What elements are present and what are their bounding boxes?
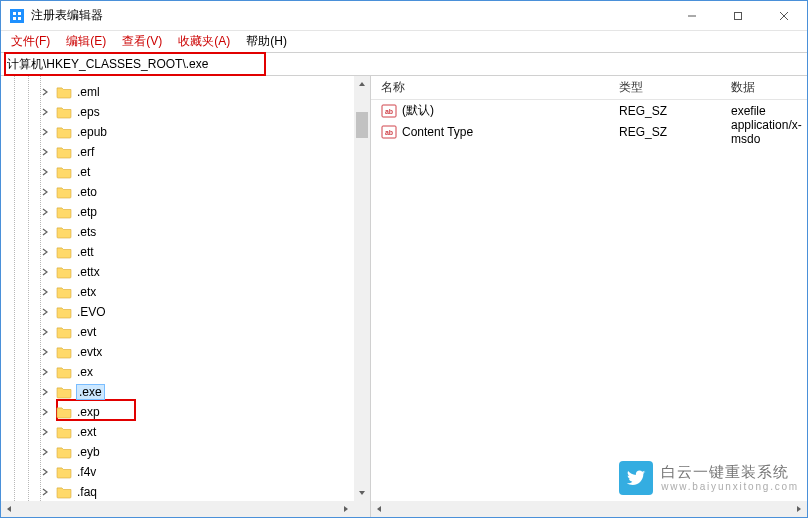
tree-item[interactable]: .etp <box>1 202 370 222</box>
tree-item[interactable]: .epub <box>1 122 370 142</box>
chevron-right-icon[interactable] <box>38 405 52 419</box>
chevron-right-icon[interactable] <box>38 345 52 359</box>
column-header-data[interactable]: 数据 <box>727 76 807 99</box>
tree-pane: .eml.eps.epub.erf.et.eto.etp.ets.ett.ett… <box>1 76 371 517</box>
list-rows: (默认)REG_SZexefileContent TypeREG_SZappli… <box>371 100 807 517</box>
tree-item-label: .epub <box>77 125 107 139</box>
watermark: 白云一键重装系统 www.baiyunxitong.com <box>619 461 799 495</box>
chevron-right-icon[interactable] <box>38 145 52 159</box>
scroll-thumb[interactable] <box>356 112 368 138</box>
scroll-right-button[interactable] <box>791 501 807 517</box>
string-value-icon <box>381 124 397 140</box>
column-header-name[interactable]: 名称 <box>377 76 615 99</box>
tree-item[interactable]: .et <box>1 162 370 182</box>
tree-item-label: .EVO <box>77 305 106 319</box>
chevron-right-icon[interactable] <box>38 385 52 399</box>
values-horizontal-scrollbar[interactable] <box>371 501 807 517</box>
tree-item[interactable]: .ets <box>1 222 370 242</box>
column-header-type[interactable]: 类型 <box>615 76 727 99</box>
folder-icon <box>56 185 72 199</box>
tree-item-label: .ettx <box>77 265 100 279</box>
folder-icon <box>56 485 72 499</box>
maximize-button[interactable] <box>715 1 761 31</box>
menu-file[interactable]: 文件(F) <box>3 31 58 52</box>
address-input[interactable] <box>1 53 807 75</box>
svg-rect-0 <box>10 9 24 23</box>
chevron-right-icon[interactable] <box>38 205 52 219</box>
chevron-right-icon[interactable] <box>38 245 52 259</box>
chevron-right-icon[interactable] <box>38 165 52 179</box>
tree-item[interactable]: .ext <box>1 422 370 442</box>
folder-icon <box>56 265 72 279</box>
watermark-line2: www.baiyunxitong.com <box>661 481 799 492</box>
chevron-right-icon[interactable] <box>38 85 52 99</box>
folder-icon <box>56 345 72 359</box>
tree-item[interactable]: .erf <box>1 142 370 162</box>
chevron-right-icon[interactable] <box>38 125 52 139</box>
chevron-right-icon[interactable] <box>38 305 52 319</box>
tree-item[interactable]: .faq <box>1 482 370 502</box>
menu-edit[interactable]: 编辑(E) <box>58 31 114 52</box>
tree-item[interactable]: .ex <box>1 362 370 382</box>
list-row[interactable]: Content TypeREG_SZapplication/x-msdo <box>371 121 807 142</box>
tree-item-label: .exp <box>77 405 100 419</box>
string-value-icon <box>381 103 397 119</box>
tree-item-label: .erf <box>77 145 94 159</box>
scroll-left-button[interactable] <box>1 501 17 517</box>
folder-icon <box>56 405 72 419</box>
chevron-right-icon[interactable] <box>38 425 52 439</box>
svg-marker-10 <box>359 491 365 495</box>
tree-item[interactable]: .eyb <box>1 442 370 462</box>
list-header: 名称 类型 数据 <box>371 76 807 100</box>
tree-item[interactable]: .evt <box>1 322 370 342</box>
chevron-right-icon[interactable] <box>38 445 52 459</box>
tree-item[interactable]: .f4v <box>1 462 370 482</box>
scroll-right-button[interactable] <box>338 501 354 517</box>
scroll-left-button[interactable] <box>371 501 387 517</box>
folder-icon <box>56 85 72 99</box>
tree-item[interactable]: .exe <box>1 382 370 402</box>
chevron-right-icon[interactable] <box>38 185 52 199</box>
tree-item[interactable]: .eto <box>1 182 370 202</box>
chevron-right-icon[interactable] <box>38 365 52 379</box>
folder-icon <box>56 225 72 239</box>
chevron-right-icon[interactable] <box>38 285 52 299</box>
folder-icon <box>56 125 72 139</box>
tree-vertical-scrollbar[interactable] <box>354 76 370 501</box>
chevron-right-icon[interactable] <box>38 485 52 499</box>
svg-rect-4 <box>18 17 21 20</box>
tree-item[interactable]: .ett <box>1 242 370 262</box>
tree-item[interactable]: .ettx <box>1 262 370 282</box>
folder-icon <box>56 145 72 159</box>
folder-icon <box>56 205 72 219</box>
scroll-track[interactable] <box>354 92 370 485</box>
tree-item[interactable]: .evtx <box>1 342 370 362</box>
menu-help[interactable]: 帮助(H) <box>238 31 295 52</box>
minimize-button[interactable] <box>669 1 715 31</box>
tree-item[interactable]: .eps <box>1 102 370 122</box>
folder-icon <box>56 385 72 399</box>
svg-marker-12 <box>344 506 348 512</box>
tree-item-label: .eml <box>77 85 100 99</box>
chevron-right-icon[interactable] <box>38 225 52 239</box>
menu-favorites[interactable]: 收藏夹(A) <box>170 31 238 52</box>
tree-item[interactable]: .etx <box>1 282 370 302</box>
tree-item[interactable]: .EVO <box>1 302 370 322</box>
scroll-down-button[interactable] <box>354 485 370 501</box>
chevron-right-icon[interactable] <box>38 325 52 339</box>
tree-item[interactable]: .eml <box>1 82 370 102</box>
folder-icon <box>56 285 72 299</box>
tree-item[interactable]: .exp <box>1 402 370 422</box>
menu-view[interactable]: 查看(V) <box>114 31 170 52</box>
chevron-right-icon[interactable] <box>38 105 52 119</box>
svg-rect-2 <box>18 12 21 15</box>
chevron-right-icon[interactable] <box>38 465 52 479</box>
svg-marker-9 <box>359 82 365 86</box>
scroll-up-button[interactable] <box>354 76 370 92</box>
close-button[interactable] <box>761 1 807 31</box>
menubar: 文件(F) 编辑(E) 查看(V) 收藏夹(A) 帮助(H) <box>1 31 807 52</box>
tree-horizontal-scrollbar[interactable] <box>1 501 354 517</box>
tree-item-label: .etx <box>77 285 96 299</box>
chevron-right-icon[interactable] <box>38 265 52 279</box>
svg-marker-11 <box>7 506 11 512</box>
